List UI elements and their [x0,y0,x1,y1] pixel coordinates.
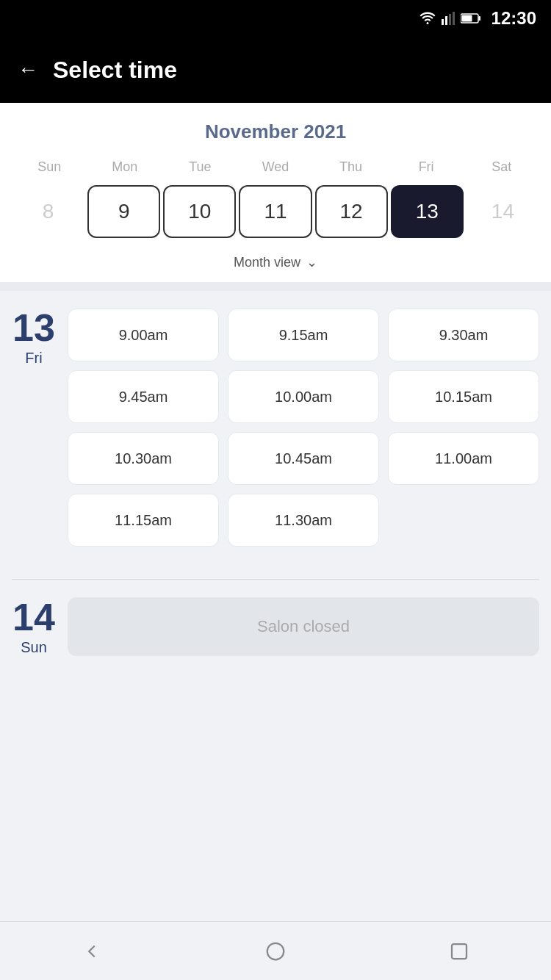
back-button[interactable]: ← [18,58,38,82]
day-14-row: 14 Sun Salon closed [12,597,539,656]
wifi-icon [419,12,436,25]
time-slot-1030am[interactable]: 10.30am [68,432,219,485]
chevron-down-icon: ⌄ [306,254,317,270]
svg-rect-0 [442,19,444,25]
date-cell-8[interactable]: 8 [12,185,84,238]
day-13-name: Fri [25,350,42,367]
day-14-date-block: 14 Sun [12,598,56,656]
salon-closed-label: Salon closed [257,617,350,636]
day-headers-row: Sun Mon Tue Wed Thu Fri Sat [12,155,539,179]
svg-rect-1 [445,16,447,25]
nav-back-button[interactable] [76,935,108,968]
status-icons [419,12,481,25]
bottom-nav [0,921,551,980]
section-divider [0,282,551,291]
back-nav-icon [81,940,103,962]
battery-icon [461,12,481,24]
time-slot-915am[interactable]: 9.15am [228,309,379,361]
svg-point-7 [267,943,284,959]
day-14-number: 14 [12,598,55,636]
month-view-label: Month view [234,255,300,270]
day-13-number: 13 [12,309,55,347]
calendar-section: November 2021 Sun Mon Tue Wed Thu Fri Sa… [0,103,551,282]
time-slot-1130am[interactable]: 11.30am [228,494,379,547]
date-cell-14[interactable]: 14 [467,185,539,238]
svg-rect-8 [452,944,467,959]
time-slots-grid: 9.00am 9.15am 9.30am 9.45am 10.00am 10.1… [68,309,539,547]
month-view-toggle[interactable]: Month view ⌄ [12,247,539,282]
svg-rect-6 [478,16,480,21]
day-header-wed: Wed [238,155,314,179]
recent-nav-icon [448,940,470,962]
day-header-fri: Fri [389,155,464,179]
time-slot-1115am[interactable]: 11.15am [68,494,219,547]
svg-rect-5 [461,15,472,22]
day-14-name: Sun [21,639,47,656]
time-slot-1045am[interactable]: 10.45am [228,432,379,485]
home-nav-icon [264,940,287,962]
time-slot-930am[interactable]: 9.30am [388,309,539,361]
date-cell-9[interactable]: 9 [87,185,160,238]
time-slot-900am[interactable]: 9.00am [68,309,219,361]
day-header-sat: Sat [464,155,539,179]
day-header-mon: Mon [87,155,163,179]
salon-closed-banner: Salon closed [68,597,539,656]
signal-icon [442,12,455,25]
time-slot-945am[interactable]: 9.45am [68,370,219,423]
day-13-date-block: 13 Fri [12,309,56,367]
date-cell-10[interactable]: 10 [163,185,236,238]
time-slot-1015am[interactable]: 10.15am [388,370,539,423]
day-13-section: 13 Fri 9.00am 9.15am 9.30am 9.45am 10.00… [0,291,551,579]
svg-rect-2 [449,14,451,25]
day-header-sun: Sun [12,155,87,179]
month-year-label: November 2021 [12,120,539,143]
calendar-dates-row: 8 9 10 11 12 13 14 [12,185,539,247]
day-header-tue: Tue [162,155,238,179]
page-title: Select time [53,57,177,84]
app-header: ← Select time [0,37,551,103]
date-cell-12[interactable]: 12 [315,185,388,238]
nav-home-button[interactable] [259,935,292,968]
day-header-thu: Thu [313,155,389,179]
date-cell-13[interactable]: 13 [391,185,464,238]
svg-rect-3 [453,12,455,25]
status-bar: 12:30 [0,0,551,37]
day-14-section: 14 Sun Salon closed [0,580,551,674]
time-slot-1000am[interactable]: 10.00am [228,370,379,423]
day-13-row: 13 Fri 9.00am 9.15am 9.30am 9.45am 10.00… [12,309,539,547]
status-time: 12:30 [491,8,536,29]
nav-recent-button[interactable] [443,935,475,968]
time-slot-1100am[interactable]: 11.00am [388,432,539,485]
date-cell-11[interactable]: 11 [239,185,311,238]
